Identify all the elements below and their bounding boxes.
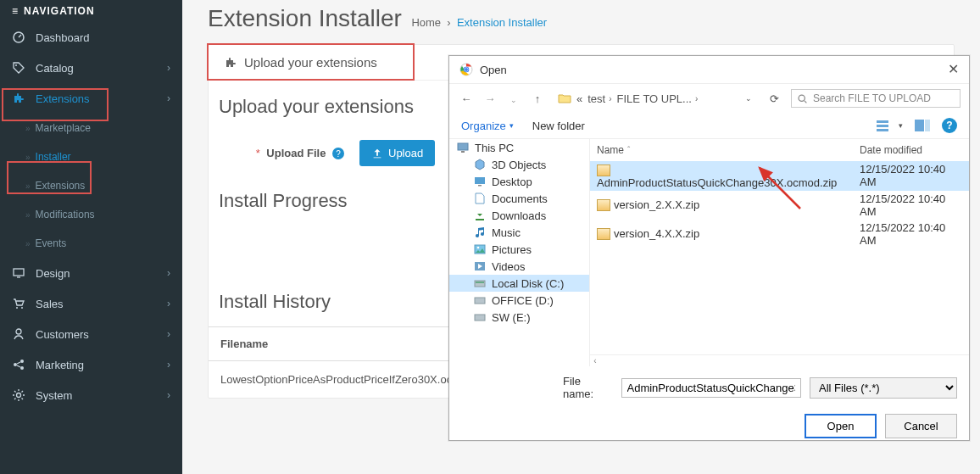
dialog-toolbar: Organize▾ New folder ▾ ?: [449, 113, 969, 139]
nav-design[interactable]: Design ›: [0, 258, 182, 288]
crumb-seg[interactable]: test: [587, 92, 605, 105]
video-icon: [473, 259, 487, 273]
open-button[interactable]: Open: [805, 414, 877, 438]
nav-installer[interactable]: » Installer: [0, 142, 182, 171]
nav-dashboard[interactable]: Dashboard: [0, 22, 182, 53]
file-list[interactable]: Nameˆ Date modified AdminProductStatusQu…: [590, 139, 969, 366]
sidebar: ≡ NAVIGATION Dashboard Catalog › Extensi…: [0, 0, 182, 474]
svg-rect-29: [476, 282, 484, 283]
crumb-home[interactable]: Home: [411, 16, 441, 29]
music-icon: [473, 226, 487, 239]
cancel-button[interactable]: Cancel: [885, 414, 957, 438]
crumb-seg[interactable]: FILE TO UPL...: [617, 92, 692, 105]
nav-events[interactable]: » Events: [0, 229, 182, 258]
dialog-title: Open: [480, 64, 507, 76]
nav-catalog[interactable]: Catalog ›: [0, 53, 182, 83]
file-row[interactable]: version_4.X.X.zip 12/15/2022 10:40 AM: [590, 220, 969, 248]
tree-downloads[interactable]: Downloads: [449, 207, 589, 224]
new-folder-button[interactable]: New folder: [532, 120, 585, 132]
crumb-current[interactable]: Extension Installer: [457, 16, 547, 29]
tree-office-d[interactable]: OFFICE (D:): [449, 292, 589, 309]
tree-sw-e[interactable]: SW (E:): [449, 309, 589, 326]
svg-rect-24: [478, 185, 482, 187]
nav-marketplace[interactable]: » Marketplace: [0, 114, 182, 142]
upload-panel-title: Upload your extensions: [244, 55, 377, 70]
dialog-titlebar: Open ✕: [449, 56, 969, 84]
nav-item-label: Events: [36, 237, 67, 249]
file-row[interactable]: AdminProductStatusQuickChange30X.ocmod.z…: [590, 161, 969, 191]
tree-3d-objects[interactable]: 3D Objects: [449, 156, 589, 173]
refresh-button[interactable]: ⟳: [764, 92, 784, 105]
chevron-down-icon[interactable]: ⌄: [745, 94, 752, 103]
tree-music[interactable]: Music: [449, 224, 589, 241]
chrome-icon: [459, 63, 473, 76]
tree-videos[interactable]: Videos: [449, 258, 589, 275]
zip-icon: [597, 165, 610, 176]
chevron-right-icon: ›: [167, 92, 170, 104]
page-title: Extension Installer: [208, 5, 402, 31]
nav-extensions-sub[interactable]: » Extensions: [0, 171, 182, 200]
tree-documents[interactable]: Documents: [449, 190, 589, 207]
tag-icon: [12, 61, 29, 75]
chevron-right-icon: ›: [167, 62, 170, 74]
nav-header-label: NAVIGATION: [24, 5, 95, 17]
chevron-right-icon: ›: [167, 389, 170, 401]
address-crumb[interactable]: « test› FILE TO UPL...› ⌄: [553, 90, 757, 108]
disk-icon: [473, 293, 487, 307]
nav-header: ≡ NAVIGATION: [0, 0, 182, 22]
tree-desktop[interactable]: Desktop: [449, 173, 589, 190]
svg-point-3: [16, 307, 18, 309]
svg-point-9: [17, 393, 21, 398]
nav-extensions[interactable]: Extensions ›: [0, 83, 182, 114]
forward-button[interactable]: →: [482, 92, 498, 105]
upload-button[interactable]: Upload: [359, 140, 435, 166]
svg-point-1: [15, 64, 17, 66]
nav-sales[interactable]: Sales ›: [0, 288, 182, 319]
file-filter[interactable]: All Files (*.*): [810, 377, 957, 399]
puzzle-icon: [12, 92, 29, 105]
svg-point-4: [21, 307, 23, 309]
file-row[interactable]: version_2.X.X.zip 12/15/2022 10:40 AM: [590, 191, 969, 220]
folder-tree[interactable]: This PC 3D Objects Desktop Documents Dow…: [449, 139, 590, 366]
up-button[interactable]: ↑: [529, 92, 546, 105]
chevron-right-icon: ›: [167, 359, 170, 371]
nav-item-label: Dashboard: [36, 31, 90, 44]
col-name[interactable]: Nameˆ: [590, 139, 853, 161]
svg-rect-21: [458, 143, 468, 150]
sort-indicator: ˆ: [627, 146, 630, 155]
puzzle-icon: [224, 56, 237, 70]
folder-icon: [558, 92, 571, 104]
file-open-dialog: Open ✕ ← → ⌄ ↑ « test› FILE TO UPL...› ⌄…: [448, 55, 970, 441]
svg-rect-23: [475, 177, 485, 184]
filename-input[interactable]: [621, 378, 802, 398]
search-placeholder: Search FILE TO UPLOAD: [813, 92, 931, 104]
svg-rect-30: [475, 298, 485, 304]
gear-icon: [12, 388, 29, 402]
chevron-right-icon: ›: [167, 328, 170, 340]
close-icon[interactable]: ✕: [948, 63, 959, 76]
chevron-right-icon: ›: [167, 298, 170, 309]
preview-pane[interactable]: [915, 120, 930, 131]
menu-icon: ≡: [12, 5, 19, 17]
organize-menu[interactable]: Organize▾: [461, 120, 514, 132]
nav-item-label: Catalog: [36, 62, 74, 75]
tree-pictures[interactable]: Pictures: [449, 241, 589, 258]
svg-rect-2: [14, 269, 24, 276]
nav-marketing[interactable]: Marketing ›: [0, 349, 182, 380]
nav-system[interactable]: System ›: [0, 380, 182, 410]
share-icon: [12, 358, 29, 371]
help-icon[interactable]: ?: [942, 118, 957, 133]
svg-point-5: [16, 329, 21, 334]
nav-modifications[interactable]: » Modifications: [0, 200, 182, 229]
tree-local-disk-c[interactable]: Local Disk (C:): [449, 275, 589, 292]
search-input[interactable]: Search FILE TO UPLOAD: [791, 89, 961, 108]
page-header: Extension Installer Home › Extension Ins…: [182, 0, 980, 44]
nav-customers[interactable]: Customers ›: [0, 319, 182, 349]
help-icon[interactable]: ?: [332, 148, 344, 159]
back-button[interactable]: ←: [458, 92, 475, 105]
col-date[interactable]: Date modified: [853, 139, 969, 161]
horizontal-scrollbar[interactable]: ‹: [590, 354, 969, 366]
recent-dropdown[interactable]: ⌄: [505, 92, 522, 105]
view-options[interactable]: ▾: [877, 120, 903, 131]
tree-this-pc[interactable]: This PC: [449, 139, 589, 156]
